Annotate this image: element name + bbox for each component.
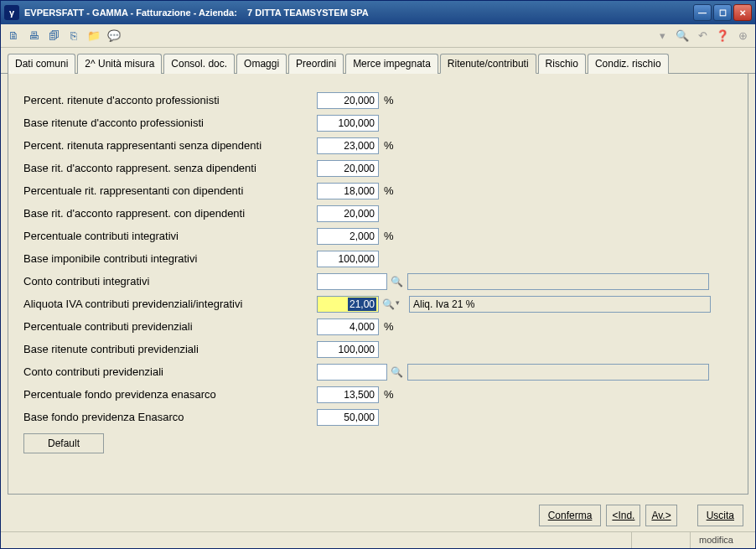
tab-consol-doc[interactable]: Consol. doc. — [163, 54, 235, 74]
label-perc-contr-prev: Percentuale contributi previdenziali — [23, 320, 317, 333]
tab-dati-comuni[interactable]: Dati comuni — [8, 54, 75, 74]
globe-icon[interactable]: ⊕ — [735, 28, 750, 44]
label-aliq-iva: Aliquota IVA contributi previdenziali/in… — [23, 298, 317, 310]
input-base-enasarco[interactable] — [317, 409, 379, 426]
lookup-icon[interactable]: 🔍 — [382, 298, 394, 310]
maximize-button[interactable]: ☐ — [713, 4, 732, 21]
suffix-percent: % — [384, 388, 394, 401]
lookup-icon[interactable]: 🔍 — [391, 366, 402, 378]
suffix-percent: % — [384, 230, 394, 242]
label-perc-enasarco: Percentuale fondo previdenza enasarco — [23, 388, 317, 401]
export-icon[interactable]: ⎘ — [66, 28, 81, 44]
tab-condiz-rischio[interactable]: Condiz. rischio — [588, 54, 669, 74]
ind-button[interactable]: <Ind. — [606, 505, 640, 526]
tab-unita-misura[interactable]: 2^ Unità misura — [77, 54, 162, 74]
input-base-imp-contr-int[interactable] — [317, 251, 379, 267]
undo-icon[interactable]: ↶ — [695, 28, 710, 44]
tab-merce-impegnata[interactable]: Merce impegnata — [345, 54, 438, 74]
label-base-imp-contr-int: Base imponibile contributi integrativi — [23, 252, 317, 265]
input-perc-contr-prev[interactable] — [317, 319, 379, 335]
input-perc-contr-int[interactable] — [317, 228, 379, 245]
desc-aliq-iva: Aliq. Iva 21 % — [409, 296, 711, 313]
search-icon[interactable]: 🔍 — [675, 28, 690, 44]
label-conto-contr-int: Conto contributi integrativi — [23, 275, 317, 287]
desc-conto-contr-prev — [407, 364, 709, 381]
input-perc-enasarco[interactable] — [317, 386, 379, 403]
window-controls: — ☐ ✕ — [693, 4, 752, 21]
conferma-button[interactable]: Conferma — [539, 505, 602, 526]
label-base-rit-rapp-nd: Base rit. d'acconto rappresent. senza di… — [23, 162, 317, 174]
input-perc-rit-rapp-nd[interactable] — [317, 137, 379, 154]
input-base-rit-rapp-nd[interactable] — [317, 160, 379, 177]
tab-omaggi[interactable]: Omaggi — [236, 54, 287, 74]
suffix-percent: % — [384, 139, 394, 152]
desc-conto-contr-int — [407, 273, 709, 290]
input-conto-contr-int[interactable] — [317, 273, 387, 290]
input-perc-rit-prof[interactable] — [317, 92, 379, 109]
close-button[interactable]: ✕ — [733, 4, 752, 21]
app-icon: γ — [4, 5, 19, 20]
app-window: γ EVPERSFATT - GAMMA - Fatturazione - Az… — [0, 0, 756, 549]
lookup-icon[interactable]: 🔍 — [391, 276, 402, 287]
tab-strip: Dati comuni 2^ Unità misura Consol. doc.… — [1, 48, 755, 74]
status-mode: modifica — [690, 532, 748, 548]
input-base-rit-prev[interactable] — [317, 341, 379, 358]
dropdown-icon[interactable]: ▾ — [655, 28, 670, 44]
aliq-iva-value: 21,00 — [348, 298, 376, 311]
suffix-percent: % — [384, 184, 394, 197]
suffix-percent: % — [384, 94, 394, 106]
default-button[interactable]: Default — [23, 433, 104, 453]
toolbar: 🗎 🖶 🗐 ⎘ 📁 💬 ▾ 🔍 ↶ ❓ ⊕ — [1, 24, 755, 48]
label-conto-contr-prev: Conto contributi previdenziali — [23, 365, 317, 378]
tab-preordini[interactable]: Preordini — [288, 54, 344, 74]
suffix-percent: % — [384, 320, 394, 333]
preview-icon[interactable]: 🗐 — [46, 28, 61, 44]
chat-icon[interactable]: 💬 — [106, 28, 122, 44]
window-title: EVPERSFATT - GAMMA - Fatturazione - Azie… — [24, 8, 693, 18]
av-button[interactable]: Av.> — [645, 505, 676, 526]
label-base-rit-prev: Base ritenute contributi previdenziali — [23, 343, 317, 355]
help-icon[interactable]: ❓ — [715, 28, 730, 44]
uscita-button[interactable]: Uscita — [697, 505, 743, 526]
input-base-rit-rapp-cd[interactable] — [317, 205, 379, 222]
label-perc-rit-rapp-cd: Percentuale rit. rappresentanti con dipe… — [23, 184, 317, 197]
titlebar: γ EVPERSFATT - GAMMA - Fatturazione - Az… — [1, 1, 755, 24]
statusbar: modifica — [1, 531, 755, 548]
input-conto-contr-prev[interactable] — [317, 364, 387, 381]
print-icon[interactable]: 🖶 — [26, 28, 41, 44]
label-perc-contr-int: Percentuale contributi integrativi — [23, 230, 317, 242]
input-base-rit-prof[interactable] — [317, 115, 379, 132]
tab-ritenute-contributi[interactable]: Ritenute/contributi — [440, 54, 536, 74]
form-panel: Percent. ritenute d'acconto professionis… — [8, 74, 748, 495]
label-base-rit-prof: Base ritenute d'acconto professionisti — [23, 117, 317, 129]
input-perc-rit-rapp-cd[interactable] — [317, 183, 379, 199]
folder-icon[interactable]: 📁 — [86, 28, 101, 44]
label-base-enasarco: Base fondo previdenza Enasarco — [23, 411, 317, 423]
tab-rischio[interactable]: Rischio — [538, 54, 586, 74]
label-perc-rit-prof: Percent. ritenute d'acconto professionis… — [23, 94, 317, 106]
action-bar: Conferma <Ind. Av.> Uscita — [1, 500, 755, 531]
label-perc-rit-rapp-nd: Percent. ritenuta rappresentanti senza d… — [23, 139, 317, 152]
minimize-button[interactable]: — — [693, 4, 712, 21]
label-base-rit-rapp-cd: Base rit. d'acconto rappresent. con dipe… — [23, 207, 317, 220]
chevron-down-icon[interactable]: ▾ — [396, 298, 404, 310]
new-icon[interactable]: 🗎 — [6, 28, 21, 44]
input-aliq-iva[interactable]: 21,00 — [317, 296, 379, 313]
status-cell-1 — [631, 532, 690, 548]
